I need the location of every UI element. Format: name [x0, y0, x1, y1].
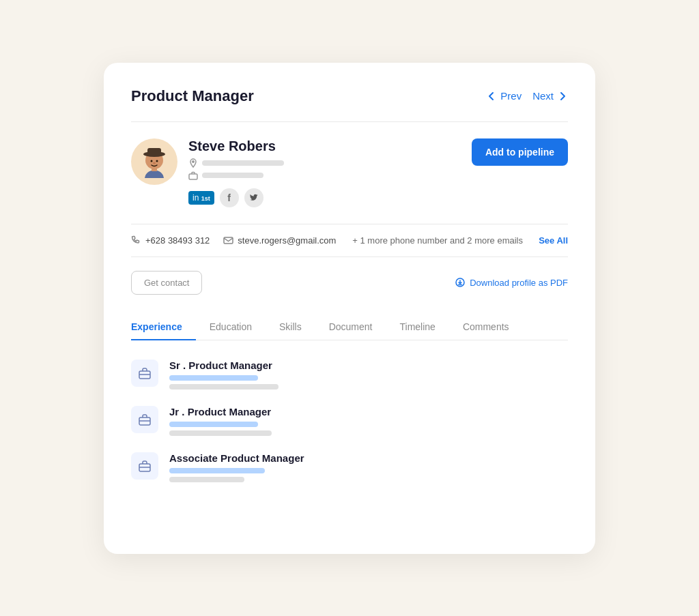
avatar-illustration	[135, 143, 173, 181]
page-title: Product Manager	[131, 87, 254, 105]
tabs: Experience Education Skills Document Tim…	[131, 314, 568, 340]
tab-document[interactable]: Document	[315, 314, 386, 340]
email-icon	[223, 235, 233, 246]
location-icon	[188, 158, 198, 168]
phone-icon	[131, 235, 141, 246]
card-header: Product Manager Prev Next	[131, 87, 568, 105]
email-contact: steve.rogers@gmail.com	[223, 235, 336, 246]
svg-point-5	[153, 162, 156, 164]
exp-bars-2	[169, 422, 272, 436]
location-bar	[202, 160, 284, 166]
nav-buttons: Prev Next	[486, 90, 568, 102]
svg-rect-2	[147, 148, 161, 155]
list-item: Associate Product Manager	[131, 452, 568, 482]
prev-button[interactable]: Prev	[486, 90, 522, 102]
exp-icon-1	[131, 360, 158, 387]
contact-bar: +628 38493 312 steve.rogers@gmail.com + …	[131, 224, 568, 257]
profile-info: Steve Robers	[188, 138, 284, 207]
tab-skills[interactable]: Skills	[266, 314, 315, 340]
exp-details-3: Associate Product Manager	[169, 452, 304, 482]
svg-rect-9	[224, 237, 233, 244]
experience-list: Sr . Product Manager Jr . Product Manage…	[131, 360, 568, 482]
facebook-icon[interactable]: f	[220, 188, 239, 207]
linkedin-badge[interactable]: in 1st	[188, 191, 214, 205]
profile-left: Steve Robers	[131, 138, 284, 207]
profile-card: Product Manager Prev Next	[104, 63, 595, 554]
job-row	[188, 171, 284, 180]
briefcase-icon	[138, 413, 152, 426]
header-divider	[131, 121, 568, 122]
get-contact-button[interactable]: Get contact	[131, 271, 202, 295]
exp-icon-3	[131, 452, 158, 480]
see-all-button[interactable]: See All	[539, 235, 568, 246]
phone-contact: +628 38493 312	[131, 235, 210, 246]
tab-experience[interactable]: Experience	[131, 314, 196, 340]
svg-point-3	[151, 160, 153, 162]
profile-meta	[188, 158, 284, 180]
tab-comments[interactable]: Comments	[449, 314, 523, 340]
profile-name: Steve Robers	[188, 138, 284, 154]
exp-bars-3	[169, 468, 304, 482]
briefcase-icon	[138, 366, 152, 380]
avatar	[131, 138, 177, 185]
tab-education[interactable]: Education	[196, 314, 266, 340]
download-icon	[455, 277, 466, 288]
next-button[interactable]: Next	[532, 90, 568, 102]
list-item: Sr . Product Manager	[131, 360, 568, 390]
arrow-left-icon	[486, 91, 497, 102]
svg-rect-6	[152, 168, 157, 171]
arrow-right-icon	[557, 91, 568, 102]
add-to-pipeline-button[interactable]: Add to pipeline	[472, 138, 568, 166]
svg-point-4	[156, 160, 158, 162]
exp-details-2: Jr . Product Manager	[169, 406, 272, 436]
briefcase-icon	[138, 459, 152, 473]
exp-title-1: Sr . Product Manager	[169, 360, 279, 371]
svg-rect-8	[189, 174, 197, 179]
list-item: Jr . Product Manager	[131, 406, 568, 436]
social-icons: in 1st f	[188, 188, 284, 207]
download-pdf-button[interactable]: Download profile as PDF	[455, 277, 568, 288]
briefcase-small-icon	[188, 171, 198, 180]
exp-bars-1	[169, 375, 279, 390]
location-row	[188, 158, 284, 168]
exp-title-2: Jr . Product Manager	[169, 406, 272, 417]
svg-point-7	[192, 160, 194, 162]
action-bar: Get contact Download profile as PDF	[131, 271, 568, 295]
tab-timeline[interactable]: Timeline	[386, 314, 448, 340]
twitter-icon[interactable]	[244, 188, 263, 207]
profile-section: Steve Robers	[131, 138, 568, 207]
exp-icon-2	[131, 406, 158, 433]
exp-title-3: Associate Product Manager	[169, 452, 304, 464]
contact-more: + 1 more phone number and 2 more emails	[352, 235, 523, 246]
exp-details-1: Sr . Product Manager	[169, 360, 279, 390]
job-bar	[202, 173, 263, 178]
